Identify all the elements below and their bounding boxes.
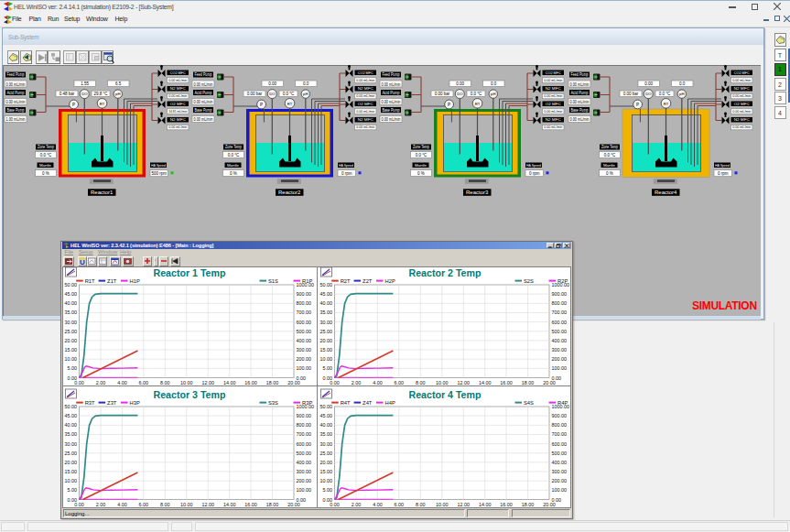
svg-text:CO2 MFC: CO2 MFC (546, 71, 561, 75)
svg-text:45.00: 45.00 (319, 291, 332, 297)
svg-text:P: P (260, 103, 263, 107)
svg-text:0.48 bar: 0.48 bar (60, 92, 75, 96)
svg-text:2.00: 2.00 (95, 380, 105, 385)
svg-text:35.00: 35.00 (64, 309, 77, 315)
svg-text:O2 MFC: O2 MFC (733, 102, 749, 106)
svg-text:12.00: 12.00 (201, 501, 214, 506)
svg-text:14.81 mL/min: 14.81 mL/min (168, 109, 187, 114)
svg-text:N2 MFC: N2 MFC (170, 117, 186, 122)
svg-text:6.5: 6.5 (115, 81, 122, 86)
svg-text:S1S: S1S (268, 278, 278, 284)
svg-text:8.00: 8.00 (160, 380, 170, 385)
svg-text:12.00: 12.00 (201, 380, 214, 385)
svg-text:1.55: 1.55 (81, 81, 89, 86)
svg-text:8.00: 8.00 (416, 380, 426, 385)
svg-text:5.00: 5.00 (67, 365, 77, 371)
svg-text:Reactor 2 Temp: Reactor 2 Temp (408, 267, 481, 278)
svg-text:0.00: 0.00 (269, 81, 277, 86)
svg-text:30.00: 30.00 (64, 440, 77, 446)
svg-text:Acid Pump: Acid Pump (383, 91, 400, 95)
svg-text:RT: RT (475, 102, 481, 106)
svg-text:0.00 mL/min: 0.00 mL/min (6, 82, 26, 87)
svg-text:N2 MFC: N2 MFC (733, 117, 749, 122)
svg-text:400.00: 400.00 (551, 338, 567, 343)
svg-text:20.00: 20.00 (287, 380, 300, 385)
svg-text:Base Pump: Base Pump (195, 108, 212, 113)
svg-text:600.00: 600.00 (551, 320, 567, 325)
svg-text:0.00 mL/min: 0.00 mL/min (382, 100, 401, 104)
svg-text:40.00: 40.00 (64, 300, 77, 306)
svg-text:6.00: 6.00 (394, 501, 404, 506)
svg-text:10.00: 10.00 (319, 356, 332, 362)
svg-text:N2 MFC: N2 MFC (733, 86, 749, 91)
svg-text:1000.00: 1000.00 (296, 282, 314, 288)
svg-text:700.00: 700.00 (551, 431, 567, 437)
svg-text:O2 MFC: O2 MFC (546, 102, 561, 106)
svg-text:0.0 °C: 0.0 °C (658, 92, 670, 96)
svg-text:Zone Temp: Zone Temp (413, 145, 429, 149)
svg-text:Z2T: Z2T (363, 278, 373, 284)
svg-text:Reactor2: Reactor2 (278, 190, 301, 195)
svg-text:300.00: 300.00 (551, 469, 567, 474)
svg-text:900.00: 900.00 (296, 291, 311, 297)
svg-text:15.00: 15.00 (64, 469, 77, 474)
svg-text:2.00: 2.00 (95, 501, 105, 506)
svg-text:300.00: 300.00 (296, 469, 311, 474)
svg-text:25.00: 25.00 (319, 329, 332, 334)
svg-text:pH: pH (679, 92, 684, 96)
svg-text:18.00: 18.00 (522, 501, 535, 506)
svg-text:200.00: 200.00 (296, 478, 311, 483)
svg-text:P: P (636, 103, 639, 107)
svg-text:6.00: 6.00 (394, 380, 404, 385)
svg-text:Acid Pump: Acid Pump (195, 91, 212, 95)
svg-text:200.00: 200.00 (296, 356, 311, 362)
svg-text:14.00: 14.00 (479, 380, 492, 385)
svg-text:Feed Pump: Feed Pump (195, 72, 212, 77)
svg-text:0.00 mL/min: 0.00 mL/min (732, 125, 752, 129)
svg-text:800.00: 800.00 (296, 300, 311, 306)
svg-text:N2 MFC: N2 MFC (546, 117, 561, 122)
svg-text:500.00: 500.00 (551, 450, 567, 455)
svg-text:0.00 mL/min: 0.00 mL/min (545, 125, 564, 129)
svg-text:6.00: 6.00 (138, 501, 148, 506)
svg-text:Feed Pump: Feed Pump (7, 72, 25, 77)
svg-text:pH: pH (492, 92, 496, 96)
svg-text:50.00: 50.00 (319, 282, 332, 288)
svg-text:0.0: 0.0 (492, 81, 498, 86)
svg-text:0.0 °C: 0.0 °C (228, 153, 240, 157)
svg-text:P: P (72, 103, 75, 107)
svg-text:CO2 MFC: CO2 MFC (358, 71, 373, 75)
svg-text:0.00 bar: 0.00 bar (247, 92, 263, 96)
svg-text:RT: RT (100, 102, 105, 106)
svg-text:10.00: 10.00 (64, 356, 77, 362)
svg-text:15.00: 15.00 (319, 469, 332, 474)
svg-text:16.00: 16.00 (500, 501, 513, 506)
svg-text:Mantle: Mantle (227, 163, 240, 168)
svg-text:0.00 mL/min: 0.00 mL/min (732, 93, 752, 98)
svg-text:CO2 MFC: CO2 MFC (170, 71, 186, 75)
svg-text:Reactor4: Reactor4 (655, 190, 677, 195)
svg-text:0.00: 0.00 (74, 501, 84, 506)
svg-text:25.00: 25.00 (319, 450, 332, 455)
svg-text:R1T: R1T (84, 278, 94, 284)
svg-text:1000.00: 1000.00 (296, 404, 314, 409)
svg-text:50.00: 50.00 (319, 404, 332, 409)
svg-text:0.00 mL/min: 0.00 mL/min (569, 117, 589, 122)
svg-text:0.00 bar: 0.00 bar (435, 92, 450, 96)
svg-text:Acid Pump: Acid Pump (570, 91, 588, 95)
svg-text:100.00: 100.00 (551, 365, 567, 371)
svg-text:14.00: 14.00 (479, 501, 492, 506)
svg-text:5.00: 5.00 (322, 365, 332, 371)
svg-text:0 rpm: 0 rpm (341, 171, 352, 176)
svg-text:0 %: 0 % (230, 171, 237, 176)
svg-text:DO: DO (458, 92, 464, 96)
svg-text:5.00: 5.00 (322, 487, 332, 493)
svg-text:Base Pump: Base Pump (7, 108, 25, 113)
svg-text:Z3T: Z3T (107, 400, 117, 406)
svg-text:H3P: H3P (129, 400, 139, 406)
svg-text:0.00 mL/min: 0.00 mL/min (194, 117, 213, 122)
svg-text:Acid Pump: Acid Pump (7, 91, 25, 95)
svg-text:300.00: 300.00 (296, 347, 311, 353)
svg-text:20.00: 20.00 (319, 338, 332, 343)
svg-text:0.0 °C: 0.0 °C (416, 153, 427, 157)
